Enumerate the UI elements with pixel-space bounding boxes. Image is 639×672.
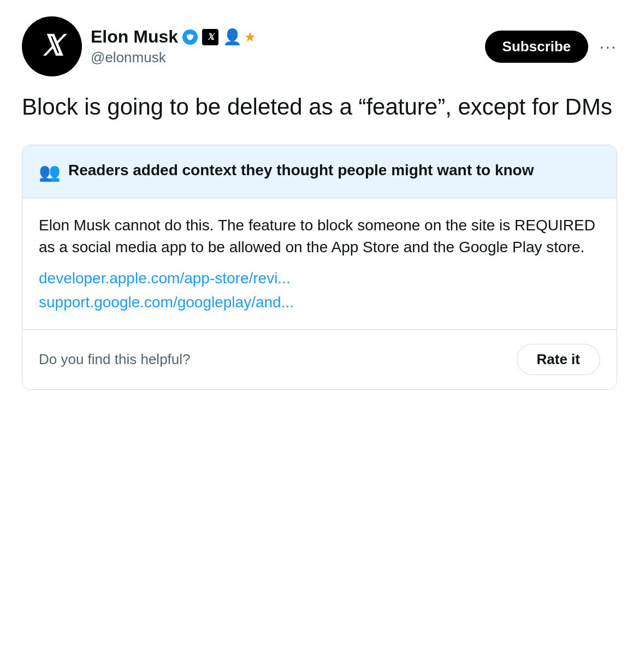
readers-icon: 👥: [39, 162, 61, 182]
notes-header-text: Readers added context they thought peopl…: [68, 160, 534, 180]
user-info: Elon Musk 𝕏 👤★ @elonmusk: [91, 27, 256, 66]
rate-it-button[interactable]: Rate it: [517, 344, 600, 375]
community-notes-card: 👥 Readers added context they thought peo…: [22, 145, 617, 390]
notes-link-apple[interactable]: developer.apple.com/app-store/revi...: [39, 267, 600, 290]
tweet-header: 𝕏 Elon Musk 𝕏 👤★ @elonmusk Subscribe ···: [22, 16, 617, 76]
header-left: 𝕏 Elon Musk 𝕏 👤★ @elonmusk: [22, 16, 256, 76]
tweet-text: Block is going to be deleted as a “featu…: [22, 92, 617, 123]
notes-body-text: Elon Musk cannot do this. The feature to…: [39, 215, 600, 259]
user-name-row: Elon Musk 𝕏 👤★: [91, 27, 256, 47]
subscribe-button[interactable]: Subscribe: [485, 31, 589, 63]
x-logo-icon: 𝕏: [40, 32, 63, 61]
notes-footer: Do you find this helpful? Rate it: [22, 329, 617, 389]
header-right: Subscribe ···: [485, 31, 617, 63]
verified-badge-icon: [182, 29, 198, 45]
x-brand-icon: 𝕏: [202, 29, 218, 45]
notes-body: Elon Musk cannot do this. The feature to…: [22, 198, 617, 329]
display-name[interactable]: Elon Musk: [91, 27, 178, 47]
avatar[interactable]: 𝕏: [22, 16, 82, 76]
notes-links: developer.apple.com/app-store/revi... su…: [39, 267, 600, 314]
helpful-question: Do you find this helpful?: [39, 351, 191, 368]
more-options-button[interactable]: ···: [599, 37, 617, 57]
username[interactable]: @elonmusk: [91, 49, 256, 66]
notes-header: 👥 Readers added context they thought peo…: [22, 145, 617, 198]
premium-star-icon: 👤★: [223, 28, 256, 46]
notes-link-google[interactable]: support.google.com/googleplay/and...: [39, 292, 600, 314]
